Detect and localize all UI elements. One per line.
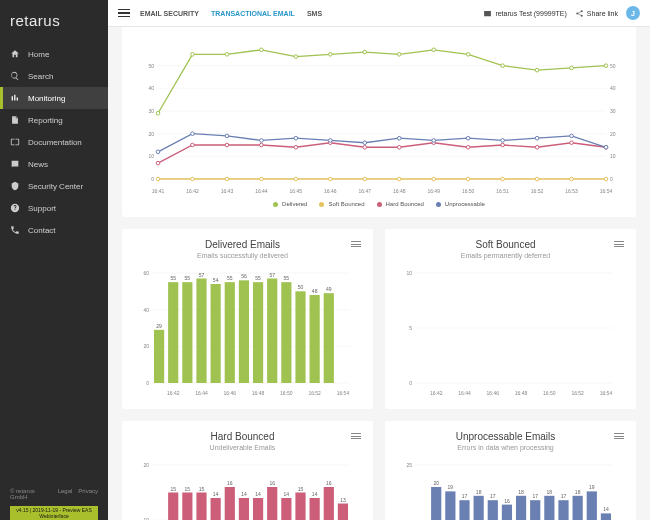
sidebar-item-label: News xyxy=(28,160,48,169)
svg-text:16: 16 xyxy=(326,480,332,486)
svg-text:16:44: 16:44 xyxy=(458,390,471,396)
sidebar-item-search[interactable]: Search xyxy=(0,65,108,87)
svg-rect-221 xyxy=(544,496,554,520)
svg-text:16:41: 16:41 xyxy=(152,188,165,194)
svg-text:16:42: 16:42 xyxy=(186,188,199,194)
sidebar-item-documentation[interactable]: Documentation xyxy=(0,131,108,153)
svg-text:10: 10 xyxy=(610,153,616,159)
tab-sms[interactable]: SMS xyxy=(307,10,322,17)
share-link[interactable]: Share link xyxy=(575,9,618,18)
svg-rect-171 xyxy=(196,493,206,521)
svg-text:55: 55 xyxy=(227,275,233,281)
tab-email-security[interactable]: EMAIL SECURITY xyxy=(140,10,199,17)
svg-rect-205 xyxy=(431,487,441,520)
svg-point-58 xyxy=(466,177,470,181)
svg-text:54: 54 xyxy=(213,277,219,283)
svg-text:0: 0 xyxy=(151,176,154,182)
svg-point-65 xyxy=(225,143,229,147)
svg-point-51 xyxy=(225,177,229,181)
svg-text:30: 30 xyxy=(148,108,154,114)
svg-point-50 xyxy=(191,177,195,181)
card-subtitle: Emails successfully delivered xyxy=(134,252,351,259)
footer-link-privacy[interactable]: Privacy xyxy=(78,488,98,500)
footer-link-copyright[interactable]: © retarus GmbH xyxy=(10,488,52,500)
svg-text:30: 30 xyxy=(610,108,616,114)
svg-text:16:50: 16:50 xyxy=(280,390,293,396)
svg-text:50: 50 xyxy=(298,284,304,290)
svg-text:60: 60 xyxy=(143,270,149,276)
sidebar: retarus Home Search Monitoring Reporting… xyxy=(0,0,108,520)
hard-bounced-bar-chart: 0102071515151416141416141514161316:4216:… xyxy=(134,451,356,520)
svg-text:20: 20 xyxy=(148,131,154,137)
svg-text:16:46: 16:46 xyxy=(324,188,337,194)
sidebar-item-reporting[interactable]: Reporting xyxy=(0,109,108,131)
svg-text:16: 16 xyxy=(269,480,275,486)
account-switcher[interactable]: retarus Test (99999TE) xyxy=(483,9,566,18)
svg-text:49: 49 xyxy=(326,286,332,292)
svg-rect-209 xyxy=(459,500,469,520)
svg-text:17: 17 xyxy=(561,493,567,499)
svg-rect-217 xyxy=(516,496,526,520)
svg-text:14: 14 xyxy=(213,491,219,497)
svg-rect-225 xyxy=(573,496,583,520)
card-menu-icon[interactable] xyxy=(614,433,624,439)
soft-bounced-bar-chart: 051016:4216:4416:4616:4816:5016:5216:54 xyxy=(397,259,619,399)
chart-legend: DeliveredSoft BouncedHard BouncedUnproce… xyxy=(134,201,624,207)
svg-text:19: 19 xyxy=(448,484,454,490)
svg-text:0: 0 xyxy=(610,176,613,182)
svg-point-63 xyxy=(156,161,160,165)
svg-text:15: 15 xyxy=(298,486,304,492)
card-menu-icon[interactable] xyxy=(614,241,624,247)
svg-point-72 xyxy=(466,145,470,149)
svg-text:16:53: 16:53 xyxy=(565,188,578,194)
svg-text:14: 14 xyxy=(284,491,290,497)
sidebar-item-label: Security Center xyxy=(28,182,83,191)
svg-text:17: 17 xyxy=(532,493,538,499)
delivered-chart-card: Delivered Emails Emails successfully del… xyxy=(122,229,373,409)
svg-text:17: 17 xyxy=(490,493,496,499)
svg-rect-123 xyxy=(324,293,334,383)
sidebar-item-monitoring[interactable]: Monitoring xyxy=(0,87,108,109)
svg-text:16:51: 16:51 xyxy=(496,188,509,194)
sidebar-item-support[interactable]: Support xyxy=(0,197,108,219)
svg-text:20: 20 xyxy=(143,462,149,468)
svg-text:50: 50 xyxy=(610,63,616,69)
brand-logo: retarus xyxy=(0,0,108,43)
svg-point-41 xyxy=(363,50,367,54)
svg-point-62 xyxy=(604,177,608,181)
svg-point-61 xyxy=(570,177,574,181)
svg-point-40 xyxy=(329,53,333,57)
sidebar-item-home[interactable]: Home xyxy=(0,43,108,65)
svg-point-54 xyxy=(329,177,333,181)
svg-text:16:50: 16:50 xyxy=(462,188,475,194)
soft-bounced-chart-card: Soft Bounced Emails permanently deferred… xyxy=(385,229,636,409)
svg-text:20: 20 xyxy=(610,131,616,137)
svg-text:18: 18 xyxy=(575,489,581,495)
svg-text:18: 18 xyxy=(518,489,524,495)
svg-point-49 xyxy=(156,177,160,181)
card-menu-icon[interactable] xyxy=(351,241,361,247)
sidebar-item-security[interactable]: Security Center xyxy=(0,175,108,197)
svg-point-35 xyxy=(156,111,160,115)
overview-line-chart-card: 001010202030304040505016:4116:4216:4316:… xyxy=(122,27,636,217)
hamburger-icon[interactable] xyxy=(118,9,130,18)
svg-point-82 xyxy=(329,139,333,143)
tab-transactional-email[interactable]: TRANSACTIONAL EMAIL xyxy=(211,10,295,17)
svg-rect-121 xyxy=(310,295,320,383)
card-title: Unprocessable Emails xyxy=(397,431,614,442)
avatar[interactable]: J xyxy=(626,6,640,20)
svg-text:16:44: 16:44 xyxy=(255,188,268,194)
unprocessable-chart-card: Unprocessable Emails Errors in data when… xyxy=(385,421,636,520)
sidebar-item-contact[interactable]: Contact xyxy=(0,219,108,241)
svg-text:16:52: 16:52 xyxy=(308,390,321,396)
svg-text:19: 19 xyxy=(589,484,595,490)
svg-text:13: 13 xyxy=(340,497,346,503)
svg-text:16:48: 16:48 xyxy=(515,390,528,396)
card-menu-icon[interactable] xyxy=(351,433,361,439)
sidebar-item-news[interactable]: News xyxy=(0,153,108,175)
svg-point-87 xyxy=(501,139,505,143)
svg-point-69 xyxy=(363,145,367,149)
svg-text:16:52: 16:52 xyxy=(571,390,584,396)
svg-text:17: 17 xyxy=(462,493,468,499)
footer-link-legal[interactable]: Legal xyxy=(58,488,73,500)
